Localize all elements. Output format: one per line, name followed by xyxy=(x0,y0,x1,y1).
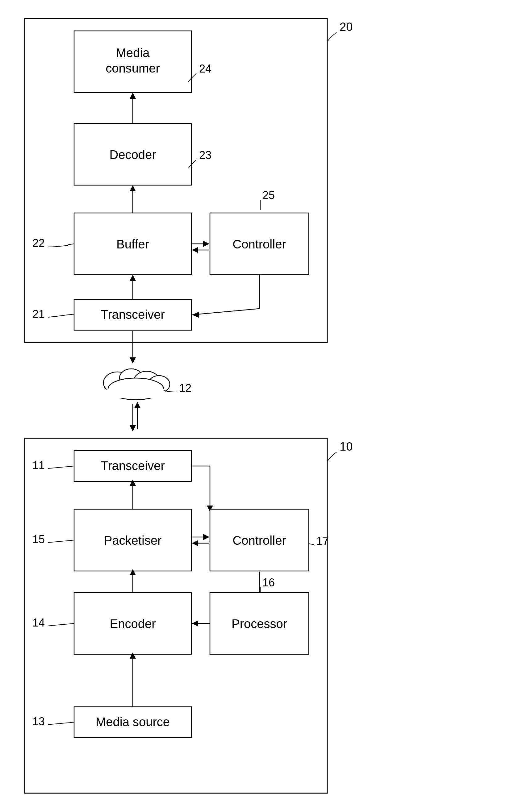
media-consumer-label2: consumer xyxy=(105,61,160,75)
encoder-label: Encoder xyxy=(110,617,156,630)
ref-10: 10 xyxy=(340,440,353,453)
ref-24: 24 xyxy=(199,62,212,75)
decoder-label: Decoder xyxy=(109,148,156,161)
media-source-label: Media source xyxy=(96,715,170,729)
ref-17: 17 xyxy=(316,535,329,547)
ref-12: 12 xyxy=(179,382,191,394)
diagram-container: 20 Media consumer 24 Decoder 23 Buffer 2… xyxy=(0,0,527,812)
controller-bottom-label: Controller xyxy=(232,534,286,547)
transceiver-top-label: Transceiver xyxy=(101,308,165,321)
processor-label: Processor xyxy=(231,617,287,630)
media-consumer-label: Media xyxy=(116,46,150,60)
svg-rect-29 xyxy=(106,389,165,398)
controller-top-label: Controller xyxy=(232,237,286,251)
ref-16: 16 xyxy=(262,576,275,589)
ref-25: 25 xyxy=(262,189,275,202)
ref-11: 11 xyxy=(32,459,45,472)
buffer-label: Buffer xyxy=(116,237,149,251)
ref-22: 22 xyxy=(32,237,45,249)
ref-23: 23 xyxy=(199,149,212,161)
transceiver-bottom-label: Transceiver xyxy=(101,459,165,473)
ref-20: 20 xyxy=(340,20,353,33)
ref-13: 13 xyxy=(32,715,45,728)
ref-15: 15 xyxy=(32,533,45,546)
ref-21: 21 xyxy=(32,308,45,320)
packetiser-label: Packetiser xyxy=(104,534,162,547)
ref-14: 14 xyxy=(32,616,45,629)
